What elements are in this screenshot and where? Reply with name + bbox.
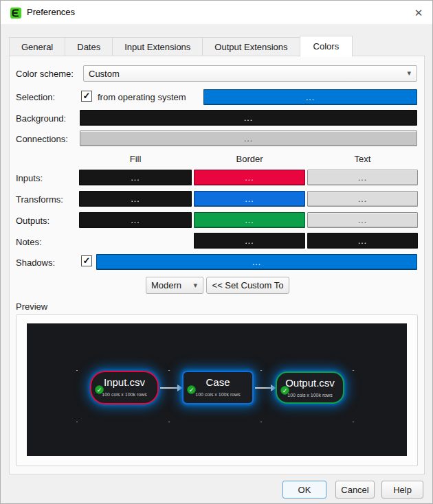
connection-arrow: [255, 387, 271, 389]
close-icon[interactable]: ✕: [412, 6, 425, 20]
set-custom-to-button[interactable]: << Set Custom To: [206, 277, 289, 294]
outputs-label: Outputs:: [16, 216, 49, 226]
transforms-text-button[interactable]: ...: [307, 191, 418, 207]
connections-label: Connections:: [16, 134, 68, 144]
transforms-label: Transforms:: [16, 194, 63, 205]
background-label: Background:: [16, 113, 66, 124]
color-scheme-value: Custom: [89, 69, 120, 79]
tab-input-extensions[interactable]: Input Extensions: [112, 37, 203, 56]
outputs-fill-button[interactable]: ...: [79, 212, 192, 228]
connection-arrow: [160, 387, 178, 389]
transforms-border-button[interactable]: ...: [194, 191, 305, 207]
chevron-down-icon: ▾: [407, 69, 411, 78]
app-logo-icon: [10, 8, 21, 19]
inputs-label: Inputs:: [16, 173, 43, 183]
column-header-text: Text: [307, 154, 418, 164]
preview-node-input: ✓ Input.csv 100 cols x 100k rows: [90, 371, 159, 404]
chevron-down-icon: ▾: [193, 280, 197, 289]
column-header-border: Border: [194, 154, 305, 164]
tab-general[interactable]: General: [9, 37, 65, 56]
shadows-checkbox[interactable]: ✓: [81, 255, 92, 266]
background-color-button[interactable]: ...: [80, 110, 417, 126]
column-header-fill: Fill: [79, 154, 192, 164]
outputs-text-button[interactable]: ...: [307, 212, 418, 228]
tab-bar: General Dates Input Extensions Output Ex…: [9, 35, 352, 56]
tab-dates[interactable]: Dates: [65, 37, 113, 56]
preset-scheme-select[interactable]: Modern ▾: [146, 277, 203, 294]
connections-color-button[interactable]: ...: [80, 130, 417, 146]
transforms-fill-button[interactable]: ...: [79, 191, 192, 207]
success-check-icon: ✓: [187, 385, 196, 394]
shadows-label: Shadows:: [16, 257, 55, 268]
help-button[interactable]: Help: [381, 481, 423, 499]
notes-label: Notes:: [16, 237, 42, 247]
preview-node-output: ✓ Output.csv 100 cols x 100k rows: [276, 371, 344, 404]
success-check-icon: ✓: [280, 386, 289, 395]
titlebar: Preferences ✕: [1, 1, 432, 24]
selection-os-checkbox-label: from operating system: [98, 92, 186, 102]
preview-label: Preview: [16, 301, 47, 312]
shadows-color-button[interactable]: ...: [96, 254, 417, 270]
inputs-border-button[interactable]: ...: [194, 170, 305, 185]
notes-text-button[interactable]: ...: [307, 233, 418, 249]
preview-node-transform: ✓ Case 100 cols x 100k rows: [182, 371, 254, 404]
success-check-icon: ✓: [95, 385, 104, 394]
cancel-button[interactable]: Cancel: [335, 481, 375, 499]
ok-button[interactable]: OK: [282, 481, 326, 499]
selection-os-checkbox[interactable]: ✓: [81, 91, 92, 102]
inputs-fill-button[interactable]: ...: [79, 170, 192, 185]
preferences-dialog: Preferences ✕ General Dates Input Extens…: [0, 0, 433, 504]
color-scheme-select[interactable]: Custom ▾: [83, 65, 417, 82]
inputs-text-button[interactable]: ...: [307, 170, 418, 185]
selection-color-button[interactable]: ...: [203, 89, 417, 105]
tab-output-extensions[interactable]: Output Extensions: [202, 37, 300, 56]
outputs-border-button[interactable]: ...: [194, 212, 305, 228]
preset-scheme-value: Modern: [151, 280, 181, 290]
selection-label: Selection:: [16, 92, 55, 102]
color-scheme-label: Color scheme:: [16, 69, 74, 79]
window-title: Preferences: [27, 7, 75, 17]
tab-colors[interactable]: Colors: [300, 36, 353, 57]
notes-border-button[interactable]: ...: [194, 233, 305, 249]
preview-canvas: ✓ Input.csv 100 cols x 100k rows ✓ Case …: [27, 323, 407, 456]
